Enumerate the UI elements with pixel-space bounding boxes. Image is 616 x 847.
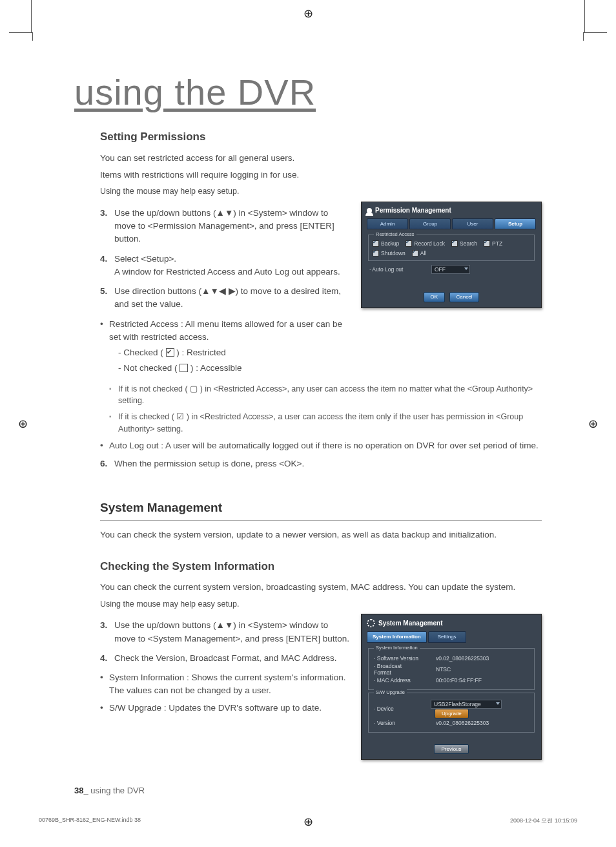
sysinfo-desc: You can check the current system version… (100, 581, 542, 594)
gear-icon (367, 619, 375, 627)
version-label: · Version (374, 720, 420, 726)
permission-management-panel: Permission Management Admin Group User S… (361, 202, 542, 308)
setting-permissions-heading: Setting Permissions (100, 129, 542, 145)
tab-user[interactable]: User (452, 218, 493, 230)
step-number: 3. (100, 619, 107, 632)
bf-label: · Broadcast Format (374, 663, 420, 676)
unchecked-explain: - Not checked ( ) : Accessible (118, 362, 351, 375)
chk-backup[interactable]: Backup (373, 240, 399, 247)
person-icon (367, 208, 372, 213)
chk-ptz[interactable]: PTZ (484, 240, 502, 247)
step-number: 3. (100, 207, 107, 220)
note-checked: If it is checked ( ☑ ) in <Restricted Ac… (109, 411, 542, 435)
bf-value: NTSC (436, 666, 451, 673)
autolog-label: · Auto Log out (369, 266, 416, 273)
note-unchecked: If it is not checked ( ▢ ) in <Restricte… (109, 383, 542, 408)
perm-intro: You can set restricted access for all ge… (100, 152, 542, 165)
fieldset-legend: System Information (374, 645, 420, 651)
restricted-access-fieldset: Restricted Access Backup Record Lock Sea… (368, 235, 535, 260)
autolog-dropdown[interactable]: OFF (431, 265, 470, 274)
step-number: 4. (100, 253, 107, 266)
cancel-button[interactable]: Cancel (449, 292, 480, 302)
sysinfo-bullet: System Information : Shows the current s… (100, 671, 351, 698)
mac-label: · MAC Address (374, 677, 420, 684)
ok-button[interactable]: OK (424, 292, 446, 302)
autologout-bullet: Auto Log out : A user will be automatica… (100, 439, 542, 452)
sysinfo-mouse-hint: Using the mouse may help easy setup. (100, 598, 542, 611)
page-number: 38_ (74, 786, 88, 795)
chk-record-lock[interactable]: Record Lock (406, 240, 445, 247)
registration-mark-icon: ⊕ (588, 417, 598, 431)
fieldset-legend: S/W Upgrade (374, 689, 407, 695)
step-number: 6. (100, 457, 107, 470)
checked-explain: - Checked ( ) : Restricted (118, 346, 351, 359)
fieldset-legend: Restricted Access (374, 231, 416, 237)
swupgrade-bullet: S/W Upgrade : Updates the DVR's software… (100, 702, 351, 715)
checkbox-checked-icon (166, 348, 174, 357)
step-text: Use direction buttons (▲▼◀ ▶) to move to… (114, 286, 341, 309)
tab-group[interactable]: Group (409, 218, 451, 230)
page-footer: 38_ using the DVR (74, 786, 542, 795)
step-number: 4. (100, 652, 107, 665)
tab-system-information[interactable]: System Information (367, 631, 427, 643)
device-dropdown[interactable]: USB2FlashStorage (431, 700, 502, 709)
system-management-panel: System Management System Information Set… (361, 614, 542, 760)
step-text: Use the up/down buttons (▲▼) in <System>… (114, 208, 334, 244)
tab-admin[interactable]: Admin (367, 218, 408, 230)
tab-setup[interactable]: Setup (495, 218, 536, 230)
sw-upgrade-fieldset: S/W Upgrade · Device USB2FlashStorage Up… (368, 693, 535, 733)
system-information-fieldset: System Information · Software Versionv0.… (368, 648, 535, 690)
chk-all[interactable]: All (412, 250, 426, 256)
chk-shutdown[interactable]: Shutdown (373, 250, 406, 256)
perm-intro: Items with restrictions will require log… (100, 169, 542, 182)
sysmgmt-intro: You can check the system version, update… (100, 528, 542, 541)
print-file: 00769B_SHR-8162_ENG-NEW.indb 38 (39, 817, 141, 825)
print-footer: 00769B_SHR-8162_ENG-NEW.indb 38 2008-12-… (39, 817, 577, 825)
perm-mouse-hint: Using the mouse may help easy setup. (100, 185, 542, 198)
tab-settings[interactable]: Settings (428, 631, 466, 643)
version-value: v0.02_080826225303 (436, 720, 489, 726)
step-text: Check the Version, Broadcast Format, and… (114, 653, 336, 663)
panel-title: System Management (378, 620, 442, 627)
step-text: Use the up/down buttons (▲▼) in <System>… (114, 620, 349, 643)
chk-search[interactable]: Search (451, 240, 477, 247)
print-timestamp: 2008-12-04 오전 10:15:09 (510, 817, 577, 825)
device-label: · Device (374, 706, 415, 712)
panel-title: Permission Management (375, 207, 451, 214)
restricted-access-bullet: Restricted Access : All menu items allow… (100, 318, 351, 375)
step-number: 5. (100, 285, 107, 298)
checking-sysinfo-heading: Checking the System Information (100, 558, 542, 575)
registration-mark-icon: ⊕ (18, 417, 28, 431)
step-text: When the permission setup is done, press… (114, 459, 304, 468)
swver-label: · Software Version (374, 655, 420, 662)
previous-button[interactable]: Previous (434, 744, 468, 755)
page-title: using the DVR (74, 71, 542, 113)
swver-value: v0.02_080826225303 (436, 655, 489, 662)
upgrade-button[interactable]: Upgrade (435, 709, 469, 719)
registration-mark-icon: ⊕ (303, 6, 313, 21)
footer-text: using the DVR (90, 786, 145, 795)
system-management-heading: System Management (100, 499, 542, 521)
step-text: Select <Setup>. A window for Restricted … (114, 254, 340, 277)
mac-value: 00:00:F0:54:FF:FF (436, 677, 482, 684)
checkbox-unchecked-icon (180, 364, 188, 372)
